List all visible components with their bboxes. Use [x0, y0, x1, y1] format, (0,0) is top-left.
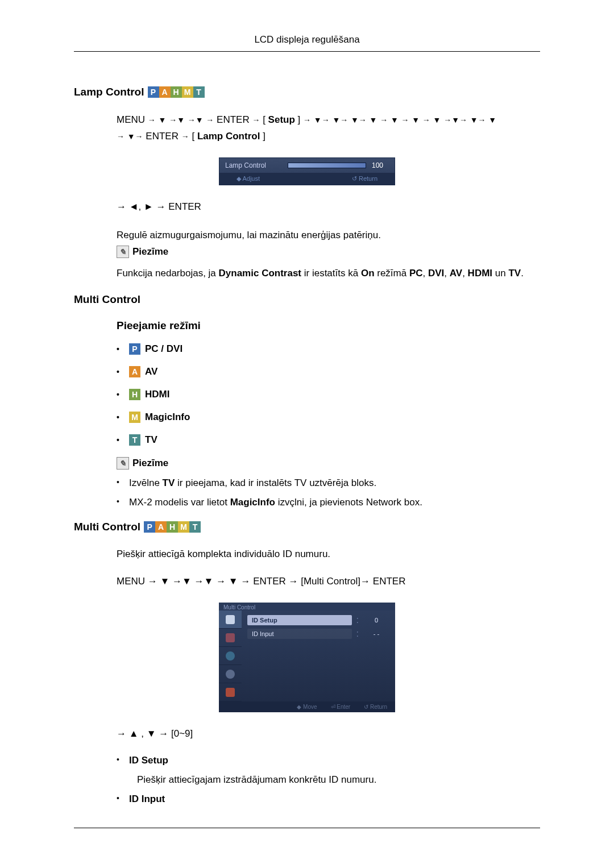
bullet-item: Piešķir attiecīgajam izstrādājumam konkr…	[117, 774, 540, 786]
mc-footer-return: ↺ Return	[364, 704, 387, 710]
m-icon: M	[182, 86, 193, 98]
lamp-hint-adjust: ◆ Adjust	[237, 175, 260, 182]
h-icon: H	[171, 86, 182, 98]
lamp-hint-return: ↺ Return	[352, 175, 377, 182]
section-multi1-title: Multi Control	[74, 293, 540, 306]
lamp-note-header: ✎ Piezīme	[117, 246, 540, 258]
a-icon: A	[159, 86, 171, 98]
mode-item: •MMagicInfo	[117, 412, 540, 423]
mode-label: TV	[145, 434, 157, 446]
mode-label: HDMI	[145, 389, 169, 400]
multi1-notes: •Izvēlne TV ir pieejama, kad ir instalēt…	[117, 477, 540, 508]
section-multi2-title: Multi Control P A H M T	[74, 521, 540, 533]
mc-footer: ◆ Move ⏎ Enter ↺ Return	[219, 701, 395, 712]
badge-row: P A H M T	[148, 86, 205, 98]
note-icon: ✎	[117, 246, 129, 258]
section-lamp-title: Lamp Control P A H M T	[74, 86, 540, 98]
p-icon: P	[144, 521, 155, 533]
multi2-intro: Piešķir attiecīgā komplekta individuālo …	[117, 547, 540, 562]
t-icon: T	[129, 434, 140, 446]
mc-footer-move: ◆ Move	[297, 704, 317, 710]
multi2-bullets: •ID SetupPiešķir attiecīgajam izstrādāju…	[117, 755, 540, 805]
h-icon: H	[167, 521, 178, 533]
mc-sidebar	[219, 610, 242, 701]
note-label: Piezīme	[132, 246, 168, 258]
note-bullet: •Izvēlne TV ir pieejama, kad ir instalēt…	[117, 477, 540, 489]
lamp-note-text: Funkcija nedarbojas, ja Dynamic Contrast…	[117, 266, 540, 281]
mc-row-label: ID Input	[247, 629, 352, 639]
t-icon: T	[193, 86, 205, 98]
lamp-body: Regulē aizmugurgaismojumu, lai mazinātu …	[117, 228, 540, 243]
mc-row-label: ID Setup	[247, 615, 352, 625]
lamp-nav2: → ◄, ► → ENTER	[117, 199, 540, 215]
multi1-title-text: Multi Control	[74, 293, 140, 306]
a-icon: A	[129, 366, 140, 377]
multi1-subtitle: Pieejamie režīmi	[117, 319, 540, 332]
mode-label: AV	[145, 366, 157, 377]
mc-row: ID Setup:0	[247, 615, 389, 625]
lamp-slider: 100	[288, 161, 389, 169]
mc-row: ID Input:- -	[247, 629, 389, 639]
multi1-note-header: ✎ Piezīme	[117, 457, 540, 470]
mode-item: •HHDMI	[117, 389, 540, 400]
note-icon: ✎	[117, 457, 129, 470]
footer-rule	[74, 828, 540, 828]
lamp-value: 100	[372, 161, 389, 169]
lamp-title-text: Lamp Control	[74, 86, 144, 98]
h-icon: H	[129, 389, 140, 400]
modes-list: •PPC / DVI•AAV•HHDMI•MMagicInfo•TTV	[117, 343, 540, 446]
mc-row-value: - -	[363, 630, 389, 637]
bullet-item: •ID Setup	[117, 755, 540, 766]
m-icon: M	[178, 521, 189, 533]
m-icon: M	[129, 412, 140, 423]
t-icon: T	[189, 521, 201, 533]
multi2-nav3: → ▲ , ▼ → [0~9]	[117, 726, 540, 742]
lamp-nav-path: MENU → ▼ →▼ →▼ → ENTER → [ Setup ] → ▼→ …	[117, 112, 540, 145]
note-label: Piezīme	[132, 458, 168, 469]
mode-item: •AAV	[117, 366, 540, 377]
p-icon: P	[129, 343, 140, 355]
page-title: LCD displeja regulēšana	[74, 34, 540, 52]
mc-row-value: 0	[363, 617, 389, 624]
multi-control-menu-screenshot: Multi Control ID Setup:0ID Input:- - ◆ M…	[219, 603, 395, 712]
multi2-path: MENU → ▼ →▼ →▼ → ▼ → ENTER → [Multi Cont…	[117, 574, 540, 590]
a-icon: A	[155, 521, 167, 533]
bullet-item: •ID Input	[117, 794, 540, 805]
mode-item: •TTV	[117, 434, 540, 446]
p-icon: P	[148, 86, 159, 98]
mc-menu-title: Multi Control	[219, 603, 395, 610]
badge-row: P A H M T	[144, 521, 201, 533]
lamp-menu-label: Lamp Control	[225, 161, 276, 169]
mode-item: •PPC / DVI	[117, 343, 540, 355]
multi2-title-text: Multi Control	[74, 521, 140, 533]
mode-label: MagicInfo	[145, 412, 190, 423]
note-bullet: •MX-2 modelis var lietot MagicInfo izvçl…	[117, 497, 540, 508]
mc-footer-enter: ⏎ Enter	[331, 704, 351, 710]
lamp-menu-screenshot: Lamp Control 100 ◆ Adjust ↺ Return	[219, 157, 395, 185]
mode-label: PC / DVI	[145, 343, 182, 355]
